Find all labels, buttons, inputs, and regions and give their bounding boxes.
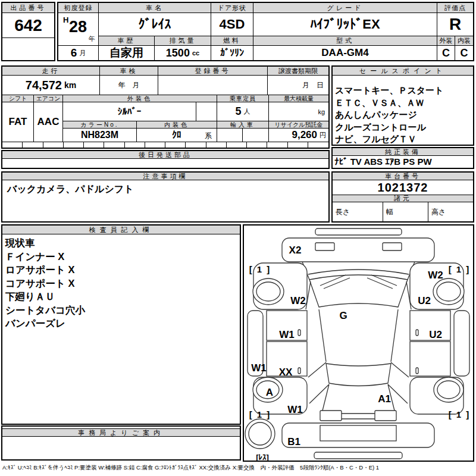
int-color-suffix: 系 (205, 131, 212, 141)
damage-code-label: A1 (378, 393, 391, 405)
inspector-box: 検査員記入欄 現状車Ｆインナー Xロアサポート Xコアサポート X下廻りＡＵシー… (1, 224, 241, 425)
text-line: 下廻りＡＵ (5, 290, 85, 303)
text-line: 現状車 (5, 236, 85, 250)
int-color-label: 内装色 (137, 121, 217, 129)
notes-title: 注意事項欄 (2, 173, 328, 180)
fuel-value: ｶﾞｿﾘﾝ (211, 46, 253, 60)
car-name-value: ｸﾞﾚｲｽ (99, 13, 211, 36)
text-line: バンパーズレ (5, 317, 85, 330)
damage-code-label: U2 (429, 329, 442, 341)
import-cell-2 (243, 129, 269, 142)
recycle-value: 9,260 (292, 129, 317, 141)
displacement-value: 1500 (166, 47, 190, 60)
displacement-label: 排気量 (155, 36, 211, 46)
auction-no-value: 642 (2, 13, 54, 38)
later-parts-box: 後日発送部品 (1, 150, 330, 169)
equipment-cell (125, 142, 145, 148)
door-value: 4SD (211, 13, 253, 36)
score-value: R (437, 13, 473, 36)
grade-label: グレード (253, 3, 437, 13)
notes-value: バックカメラ、パドルシフト (7, 183, 134, 196)
era-value: H (63, 15, 68, 24)
auction-no-empty (2, 38, 54, 60)
later-parts-title: 後日発送部品 (2, 151, 328, 159)
equipment-row (2, 142, 328, 148)
equipment-cell (84, 142, 104, 148)
spec-width-label: 幅 (383, 202, 428, 221)
office-title: 事務局よりご案内 (2, 428, 240, 437)
chassis-box: 車台番号 1021372 諸元 長さ 幅 高さ (331, 171, 474, 223)
reg-month-value: 6 (71, 46, 77, 60)
ext-color-label: 外装色 (63, 95, 217, 102)
damage-code-label: [ 1 ] (249, 264, 271, 274)
damage-diagram-box: X2[ 1 ][ 1 ]W2W2U2GW1U2W1XXAW1A1[ 1 ][ 1… (243, 224, 474, 462)
equipment-cell (227, 142, 247, 148)
equipment-cell (288, 142, 308, 148)
mileage-value: 74,572 (26, 79, 62, 92)
damage-code-label: W1 (251, 362, 267, 374)
damage-code-label: W2 (290, 295, 306, 307)
grade-value: ﾊｲﾌﾞﾘｯﾄﾞEX (253, 13, 437, 36)
door-label: ドア形状 (211, 3, 253, 13)
office-box: 事務局よりご案内 (1, 425, 241, 461)
vehicle-header-box: 初度登録 車名 ドア形状 グレード 評価点 H 28 年 ｸﾞﾚｲｽ 4SD ﾊ… (57, 2, 474, 61)
auction-sheet: 出品番号 642 初度登録 車名 ドア形状 グレード 評価点 H 28 年 ｸﾞ… (0, 0, 476, 476)
equipment-cell (145, 142, 165, 148)
spec-height-label: 高さ (428, 202, 473, 221)
capacity-value: 5 (235, 105, 241, 118)
interior-grade: C (455, 46, 473, 60)
equipment-cell (267, 142, 287, 148)
damage-code-label: [ 1 ] (249, 409, 271, 419)
equipment-cell (308, 142, 328, 148)
damage-code-label: W1 (287, 404, 303, 416)
damage-code-label: A (266, 387, 273, 399)
capacity-cell: 5 人 (217, 102, 269, 121)
equipment-cell (186, 142, 206, 148)
chassis-value: 1021372 (333, 180, 473, 195)
exterior-grade: C (437, 46, 455, 60)
reg-no-label: 登録番号 (158, 67, 268, 76)
sales-points-box: セールスポイント スマートキー、ＰスタートＥＴＣ、ＶＳＡ、ＡＷあんしんパッケージ… (331, 65, 474, 146)
damage-code-label: [ 1 ] (449, 264, 471, 274)
specs-title: 諸元 (333, 195, 473, 202)
text-line: コアサポート X (5, 277, 85, 290)
ext-color-value: ｼﾙﾊﾞｰ (63, 102, 196, 121)
equipment-cell (43, 142, 64, 148)
diagram-labels-layer: X2[ 1 ][ 1 ]W2W2U2GW1U2W1XXAW1A1[ 1 ][ 1… (244, 226, 473, 461)
ac-label: エアコン (34, 95, 63, 102)
text-line: ＥＴＣ、ＶＳＡ、ＡＷ (335, 97, 443, 109)
model-value: DAA-GM4 (253, 46, 437, 60)
equipment-cell (2, 142, 23, 148)
first-reg-value: H 28 年 (58, 13, 99, 46)
text-line: あんしんパッケージ (335, 109, 443, 121)
damage-code-label: [ﾚｽ] (256, 453, 269, 462)
max-load-value: kg (269, 102, 328, 121)
damage-code-label: [ 1 ] (449, 409, 471, 419)
interior-label: 内装 (455, 36, 473, 46)
recycle-cell: 9,260 円 (269, 129, 328, 142)
transfer-label: 譲渡書類期限 (268, 67, 328, 76)
reg-month-cell: 6 月 (58, 46, 99, 60)
capacity-label: 乗車定員 (217, 95, 269, 102)
displacement-unit: cc (192, 49, 199, 57)
mileage-label: 走行 (2, 67, 100, 76)
notes-box: 注意事項欄 バックカメラ、パドルシフト (1, 171, 330, 223)
oem-equipment-box: 純正装備 ﾅﾋﾞ TV ABS ｴｱB PS PW (331, 147, 474, 169)
history-label: 車歴 (99, 36, 155, 46)
text-line: シートタバコ穴小 (5, 303, 85, 317)
equipment-cell (64, 142, 84, 148)
sales-points-lines: スマートキー、ＰスタートＥＴＣ、ＶＳＡ、ＡＷあんしんパッケージクルーズコントロー… (335, 84, 443, 146)
history-value: 自家用 (99, 46, 155, 60)
transfer-value: 月 日 (268, 76, 328, 95)
exterior-label: 外装 (437, 36, 455, 46)
equipment-cell (206, 142, 227, 148)
mileage-cell: 74,572 km (2, 76, 100, 95)
model-label: 型式 (253, 36, 437, 46)
text-line: ナビ、フルセグＴＶ (335, 133, 443, 146)
damage-code-label: XX (279, 367, 293, 378)
equipment-cell (23, 142, 43, 148)
equipment-cell (247, 142, 267, 148)
damage-code-label: W1 (279, 329, 295, 341)
recycle-unit: 円 (320, 131, 326, 140)
car-name-label: 車名 (99, 3, 211, 13)
